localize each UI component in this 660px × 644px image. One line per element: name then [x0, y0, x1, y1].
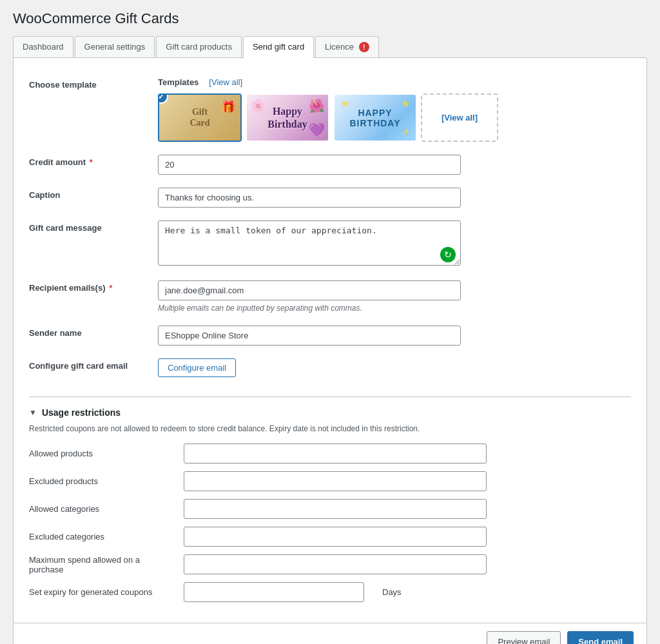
view-all-link[interactable]: [View all]	[209, 77, 242, 87]
form-table: Choose template Templates [View all] ✓	[29, 71, 631, 384]
template-card-3[interactable]: ⭐ ✨ ⭐ HAPPYBIRTHDAY	[333, 93, 417, 142]
expiry-row: Set expiry for generated coupons Days	[29, 582, 631, 602]
message-wrapper: Here is a small token of our appreciatio…	[158, 220, 461, 268]
flowers-icon: 🌸	[250, 98, 266, 113]
excluded-categories-input[interactable]	[184, 527, 487, 547]
excluded-categories-label: Excluded categories	[29, 532, 171, 542]
recipient-emails-label: Recipient emails(s)	[29, 283, 106, 293]
template-card-2[interactable]: 🌸 💜 🌺 HappyBirthday	[246, 93, 329, 142]
tab-general-settings[interactable]: General settings	[75, 36, 155, 57]
licence-badge: !	[359, 42, 369, 52]
refresh-icon[interactable]: ↻	[440, 247, 456, 262]
excluded-categories-row: Excluded categories	[29, 527, 631, 547]
template-card-1[interactable]: ✓ GiftCard 🎁	[158, 93, 242, 142]
excluded-products-row: Excluded products	[29, 471, 631, 491]
tab-gift-card-products[interactable]: Gift card products	[156, 36, 242, 57]
excluded-products-input[interactable]	[184, 471, 487, 491]
recipient-emails-input[interactable]	[158, 280, 461, 300]
sender-name-input[interactable]	[158, 326, 461, 346]
sender-name-label: Sender name	[29, 319, 158, 352]
preview-email-button[interactable]: Preview email	[487, 631, 561, 644]
usage-restrictions-title: Usage restrictions	[42, 407, 121, 418]
recipient-emails-helper: Multiple emails can be inputted by separ…	[158, 304, 631, 313]
template-card-view-all[interactable]: [View all]	[421, 93, 498, 142]
max-spend-row: Maximum spend allowed on a purchase	[29, 554, 631, 574]
allowed-categories-label: Allowed categories	[29, 504, 171, 514]
view-all-card-link[interactable]: [View all]	[442, 113, 478, 122]
allowed-products-label: Allowed products	[29, 449, 171, 458]
flowers-icon2: 💜	[309, 122, 325, 137]
credit-amount-required: *	[90, 157, 93, 167]
section-header[interactable]: ▼ Usage restrictions	[29, 407, 631, 418]
card2-text: HappyBirthday	[267, 105, 307, 130]
allowed-products-row: Allowed products	[29, 444, 631, 463]
credit-amount-label: Credit amount	[29, 157, 86, 167]
card1-icon: 🎁	[221, 100, 235, 114]
recipient-emails-required: *	[109, 283, 112, 293]
nav-tabs: Dashboard General settings Gift card pro…	[13, 36, 647, 57]
send-email-button[interactable]: Send email	[567, 631, 634, 644]
template-header: Templates [View all]	[158, 77, 631, 87]
flowers-icon3: 🌺	[309, 98, 325, 113]
restriction-form: Allowed products Excluded products Allow…	[29, 444, 631, 602]
caption-label: Caption	[29, 181, 158, 214]
star2: ✨	[402, 128, 409, 135]
restriction-note: Restricted coupons are not allowed to re…	[29, 424, 631, 433]
star3: ⭐	[402, 100, 409, 107]
card3-text: HAPPYBIRTHDAY	[349, 108, 400, 128]
choose-template-label: Choose template	[29, 71, 158, 148]
configure-email-button[interactable]: Configure email	[158, 358, 236, 377]
allowed-categories-input[interactable]	[184, 499, 487, 519]
expiry-label: Set expiry for generated coupons	[29, 587, 171, 597]
allowed-products-input[interactable]	[184, 444, 487, 463]
expiry-input[interactable]	[184, 582, 364, 602]
gift-card-message-textarea[interactable]: Here is a small token of our appreciatio…	[158, 220, 461, 266]
bottom-bar: Preview email Send email	[13, 623, 647, 644]
max-spend-input[interactable]	[184, 554, 487, 574]
card1-text: GiftCard	[189, 107, 209, 129]
configure-email-label: Configure gift card email	[29, 352, 158, 384]
usage-restrictions-section: ▼ Usage restrictions Restricted coupons …	[29, 396, 631, 602]
content-box: Choose template Templates [View all] ✓	[13, 57, 647, 623]
template-cards: ✓ GiftCard 🎁	[158, 93, 631, 142]
star1: ⭐	[341, 100, 349, 107]
max-spend-label: Maximum spend allowed on a purchase	[29, 555, 171, 574]
chevron-down-icon: ▼	[29, 408, 37, 417]
allowed-categories-row: Allowed categories	[29, 499, 631, 519]
credit-amount-input[interactable]	[158, 155, 461, 175]
caption-input[interactable]	[158, 188, 461, 208]
excluded-products-label: Excluded products	[29, 476, 171, 486]
tab-send-gift-card[interactable]: Send gift card	[243, 36, 314, 58]
tab-licence[interactable]: Licence !	[315, 36, 378, 57]
tab-dashboard[interactable]: Dashboard	[13, 36, 73, 57]
gift-card-message-label: Gift card message	[29, 214, 158, 274]
page-title: WooCommerce Gift Cards	[13, 10, 647, 27]
expiry-suffix: Days	[382, 587, 402, 597]
templates-label: Templates	[158, 77, 199, 87]
